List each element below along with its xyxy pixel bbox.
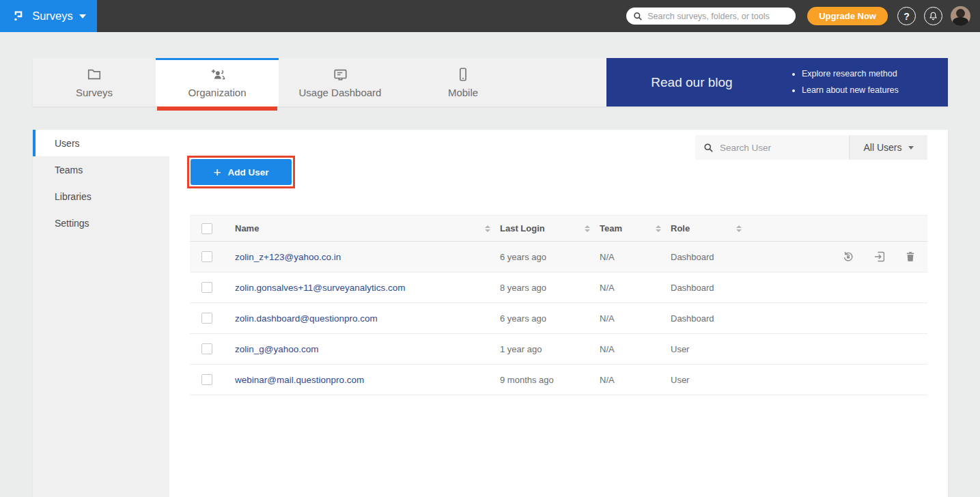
sidebar-item-libraries[interactable]: Libraries: [33, 183, 169, 210]
caret-down-icon: [79, 14, 86, 18]
users-content: All Users + Add User Name Last: [169, 130, 948, 497]
add-team-icon: [208, 67, 226, 82]
add-user-button[interactable]: + Add User: [191, 159, 292, 185]
select-all-checkbox[interactable]: [201, 223, 212, 234]
sort-icon[interactable]: [656, 225, 661, 232]
global-search-input[interactable]: [647, 12, 789, 21]
help-button[interactable]: ?: [897, 7, 916, 25]
table-row: zolin_z+123@yahoo.co.in 6 years ago N/A …: [190, 242, 927, 272]
last-login-value: 6 years ago: [500, 313, 600, 324]
bell-icon: [928, 11, 938, 21]
sign-in-as-icon[interactable]: [873, 250, 886, 264]
table-row: zolin_g@yahoo.com 1 year ago N/A User: [190, 334, 927, 365]
folder-icon: [86, 67, 102, 82]
add-user-label: Add User: [228, 167, 269, 178]
organization-panel: Users Teams Libraries Settings All Users…: [33, 130, 948, 497]
user-name-link[interactable]: webinar@mail.questionpro.com: [235, 375, 500, 385]
user-name-link[interactable]: zolin.dashboard@questionpro.com: [235, 313, 500, 324]
role-value: Dashboard: [671, 313, 751, 324]
user-search-input[interactable]: [720, 143, 841, 153]
last-login-value: 1 year ago: [500, 344, 600, 354]
row-actions: [751, 250, 927, 264]
column-header-team[interactable]: Team: [600, 223, 671, 233]
role-value: Dashboard: [671, 283, 751, 293]
team-value: N/A: [600, 283, 671, 293]
dashboard-icon: [332, 67, 349, 82]
tab-label: Mobile: [448, 87, 478, 98]
organization-tab-annotation: [157, 106, 277, 111]
add-user-annotation-box: + Add User: [187, 156, 295, 188]
table-header-row: Name Last Login Team Role: [190, 215, 927, 242]
users-table: Name Last Login Team Role: [190, 215, 927, 395]
table-row: webinar@mail.questionpro.com 9 months ag…: [190, 365, 927, 395]
row-checkbox[interactable]: [201, 251, 212, 262]
role-value: Dashboard: [671, 252, 751, 262]
caret-down-icon: [908, 146, 914, 150]
column-header-name[interactable]: Name: [235, 223, 500, 233]
blog-bullet-list: Explore research method Learn about new …: [777, 66, 899, 99]
user-name-link[interactable]: zolin_g@yahoo.com: [235, 344, 500, 354]
role-value: User: [671, 344, 751, 354]
blog-promo-panel[interactable]: Read our blog Explore research method Le…: [606, 58, 948, 106]
role-value: User: [671, 375, 751, 385]
last-login-value: 9 months ago: [500, 375, 600, 385]
user-filter-bar: All Users: [695, 135, 927, 160]
search-icon: [703, 143, 714, 153]
notifications-button[interactable]: [924, 7, 942, 25]
user-filter-dropdown[interactable]: All Users: [849, 135, 927, 160]
row-checkbox[interactable]: [201, 313, 212, 324]
questionpro-logo-icon: [11, 9, 26, 24]
table-row: zolin.dashboard@questionpro.com 6 years …: [190, 303, 927, 334]
organization-sidebar: Users Teams Libraries Settings: [33, 130, 169, 497]
row-checkbox[interactable]: [201, 282, 212, 293]
sort-icon[interactable]: [485, 225, 490, 232]
row-checkbox[interactable]: [201, 374, 212, 385]
filter-value: All Users: [863, 142, 901, 153]
help-icon: ?: [904, 11, 910, 22]
module-tabs: Surveys Organization Usage Dashboard Mob…: [33, 58, 948, 106]
blog-bullet: Learn about new features: [802, 83, 899, 99]
tab-mobile[interactable]: Mobile: [402, 58, 524, 106]
product-switcher[interactable]: Surveys: [0, 0, 97, 32]
reset-password-icon[interactable]: [841, 250, 855, 264]
column-header-role[interactable]: Role: [671, 223, 751, 233]
sort-icon[interactable]: [736, 225, 742, 232]
upgrade-now-button[interactable]: Upgrade Now: [807, 7, 888, 25]
blog-title: Read our blog: [606, 75, 777, 90]
search-icon: [633, 12, 643, 21]
select-all-cell: [190, 223, 235, 234]
tab-organization[interactable]: Organization: [156, 58, 279, 106]
tab-label: Organization: [188, 87, 246, 98]
column-header-last-login[interactable]: Last Login: [500, 223, 600, 233]
product-label: Surveys: [32, 10, 73, 23]
tab-label: Usage Dashboard: [299, 87, 382, 98]
team-value: N/A: [600, 344, 671, 354]
row-checkbox[interactable]: [201, 343, 212, 354]
plus-icon: +: [213, 166, 221, 179]
sort-icon[interactable]: [585, 225, 590, 232]
tab-label: Surveys: [76, 87, 113, 98]
sidebar-item-settings[interactable]: Settings: [33, 210, 169, 236]
last-login-value: 6 years ago: [500, 252, 600, 262]
mobile-icon: [456, 67, 471, 82]
tab-usage-dashboard[interactable]: Usage Dashboard: [279, 58, 402, 106]
user-name-link[interactable]: zolin_z+123@yahoo.co.in: [235, 252, 500, 262]
global-search[interactable]: [626, 8, 796, 25]
user-search[interactable]: [695, 135, 849, 160]
team-value: N/A: [600, 313, 671, 324]
trash-icon[interactable]: [904, 250, 916, 264]
blog-bullet: Explore research method: [802, 66, 899, 83]
user-avatar[interactable]: [951, 6, 970, 26]
user-name-link[interactable]: zolin.gonsalves+11@surveyanalytics.com: [235, 283, 500, 293]
team-value: N/A: [600, 252, 671, 262]
topbar: Surveys Upgrade Now ?: [0, 0, 980, 32]
sidebar-item-users[interactable]: Users: [33, 130, 169, 156]
last-login-value: 8 years ago: [500, 283, 600, 293]
tab-surveys[interactable]: Surveys: [33, 58, 156, 106]
sidebar-item-teams[interactable]: Teams: [33, 156, 169, 183]
team-value: N/A: [600, 375, 671, 385]
table-row: zolin.gonsalves+11@surveyanalytics.com 8…: [190, 272, 927, 303]
